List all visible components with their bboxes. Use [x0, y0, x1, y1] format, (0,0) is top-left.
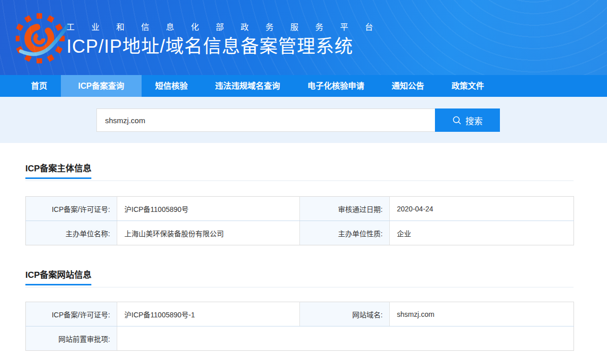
value-organizer-name: 上海山美环保装备股份有限公司	[117, 221, 300, 245]
nav-item-policy-files[interactable]: 政策文件	[438, 75, 498, 97]
nav-item-sms-verify[interactable]: 短信核验	[142, 75, 201, 97]
table-row: 主办单位名称: 上海山美环保装备股份有限公司 主办单位性质: 企业	[26, 221, 574, 245]
main-content: ICP备案主体信息 ICP备案/许可证号: 沪ICP备11005890号 审核通…	[0, 143, 607, 351]
search-icon	[452, 116, 461, 125]
search-box: 搜索	[96, 108, 607, 132]
nav-item-e-verification[interactable]: 电子化核验申请	[294, 75, 378, 97]
section-icp-website-info: ICP备案网站信息 ICP备案/许可证号: 沪ICP备11005890号-1 网…	[25, 245, 574, 351]
platform-name: 工业和信息化部政务服务平台	[66, 22, 390, 32]
value-icp-license-number: 沪ICP备11005890号	[117, 197, 300, 221]
icp-filing-page: 工业和信息化部政务服务平台 ICP/IP地址/域名信息备案管理系统 首页 ICP…	[0, 0, 607, 364]
label-website-domain: 网站域名:	[300, 302, 390, 326]
search-band: 搜索	[0, 97, 607, 143]
search-button[interactable]: 搜索	[435, 108, 500, 132]
value-approval-date: 2020-04-24	[390, 197, 574, 221]
main-nav: 首页 ICP备案查询 短信核验 违法违规域名查询 电子化核验申请 通知公告 政策…	[0, 75, 607, 97]
label-organizer-nature: 主办单位性质:	[300, 221, 390, 245]
section-divider	[25, 180, 574, 181]
label-website-icp-license-number: ICP备案/许可证号:	[26, 302, 117, 326]
value-website-domain: shsmzj.com	[390, 302, 574, 326]
section-title-website: ICP备案网站信息	[25, 268, 91, 285]
miit-gear-logo-icon	[16, 13, 72, 63]
nav-item-illegal-domain-query[interactable]: 违法违规域名查询	[201, 75, 294, 97]
label-approval-date: 审核通过日期:	[300, 197, 390, 221]
nav-item-icp-query[interactable]: ICP备案查询	[61, 75, 142, 97]
value-organizer-nature: 企业	[390, 221, 574, 245]
website-info-table: ICP备案/许可证号: 沪ICP备11005890号-1 网站域名: shsmz…	[25, 302, 574, 351]
section-divider	[25, 287, 574, 287]
section-icp-subject-info: ICP备案主体信息 ICP备案/许可证号: 沪ICP备11005890号 审核通…	[25, 143, 574, 245]
subject-info-table: ICP备案/许可证号: 沪ICP备11005890号 审核通过日期: 2020-…	[25, 196, 574, 245]
search-input[interactable]	[96, 108, 435, 132]
nav-item-notices[interactable]: 通知公告	[378, 75, 438, 97]
nav-item-home[interactable]: 首页	[17, 75, 61, 97]
header-titles: 工业和信息化部政务服务平台 ICP/IP地址/域名信息备案管理系统	[66, 22, 390, 58]
label-icp-license-number: ICP备案/许可证号:	[26, 197, 117, 221]
label-pre-approval-item: 网站前置审批项:	[26, 326, 117, 351]
site-header: 工业和信息化部政务服务平台 ICP/IP地址/域名信息备案管理系统	[0, 0, 607, 75]
table-row: ICP备案/许可证号: 沪ICP备11005890号-1 网站域名: shsmz…	[26, 302, 574, 326]
value-website-icp-license-number: 沪ICP备11005890号-1	[117, 302, 300, 326]
table-row: ICP备案/许可证号: 沪ICP备11005890号 审核通过日期: 2020-…	[26, 197, 574, 221]
search-button-label: 搜索	[465, 114, 483, 127]
table-row: 网站前置审批项:	[26, 326, 574, 351]
system-title: ICP/IP地址/域名信息备案管理系统	[66, 35, 390, 58]
value-pre-approval-item	[117, 326, 574, 351]
section-title-subject: ICP备案主体信息	[25, 161, 91, 179]
label-organizer-name: 主办单位名称:	[26, 221, 117, 245]
